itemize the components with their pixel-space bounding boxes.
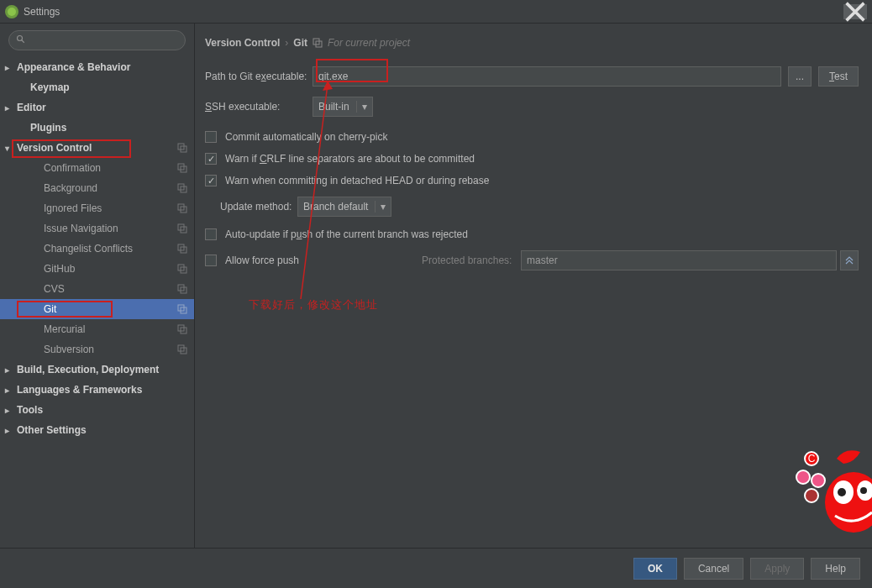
sidebar-item-confirmation[interactable]: Confirmation [0,158,194,178]
project-scope-icon [177,344,187,354]
breadcrumb-root[interactable]: Version Control [205,37,280,49]
sidebar-item-label: Changelist Conflicts [44,243,133,255]
sidebar-item-label: Other Settings [17,424,87,436]
checkbox-label: Allow force push [225,255,313,266]
commit-cherrypick-row: Commit automatically on cherry-pick [205,126,859,148]
sidebar-item-label: Version Control [17,142,92,154]
sidebar-item-cvs[interactable]: CVS [0,279,194,299]
ok-button[interactable]: OK [633,558,677,580]
sidebar-item-plugins[interactable]: Plugins [0,118,194,138]
sidebar-item-mercurial[interactable]: Mercurial [0,319,194,339]
checkbox-label: Warn when committing in detached HEAD or… [225,175,489,186]
warn-crlf-row: Warn if CRLF line separators are about t… [205,148,859,170]
chevron-right-icon [5,61,13,73]
sidebar-item-label: Mercurial [44,323,85,335]
sidebar-item-appearance[interactable]: Appearance & Behavior [0,57,194,77]
sidebar: Appearance & Behavior Keymap Editor Plug… [0,24,195,548]
svg-line-1 [22,39,24,42]
auto-update-checkbox[interactable] [205,228,217,240]
force-push-row: Allow force push Protected branches: [205,250,859,270]
project-scope-icon [313,38,323,48]
breadcrumb: Version Control › Git For current projec… [205,32,859,54]
push-block: Auto-update if push of the current branc… [205,223,859,270]
sidebar-item-background[interactable]: Background [0,178,194,198]
window-title: Settings [24,6,842,18]
sidebar-item-changelist-conflicts[interactable]: Changelist Conflicts [0,239,194,259]
project-scope-icon [177,264,187,274]
sidebar-item-keymap[interactable]: Keymap [0,77,194,97]
auto-update-row: Auto-update if push of the current branc… [205,223,859,245]
sidebar-item-label: Confirmation [44,162,101,174]
close-button[interactable] [843,4,867,19]
sidebar-item-label: Background [44,182,97,194]
path-label: Path to Git executable: [205,71,313,82]
chevron-down-icon [5,142,13,154]
sidebar-item-label: Issue Navigation [44,223,118,234]
chevron-down-icon: ▾ [356,101,367,113]
sidebar-item-ignored-files[interactable]: Ignored Files [0,198,194,218]
app-icon [5,5,18,18]
sidebar-item-label: Git [44,303,56,315]
project-scope-icon [177,304,187,314]
chevron-right-icon [5,102,13,113]
sidebar-item-label: Languages & Frameworks [17,384,142,396]
commit-cherrypick-checkbox[interactable] [205,131,217,143]
update-method-row: Update method: Branch default ▾ [205,197,859,217]
sidebar-item-other-settings[interactable]: Other Settings [0,420,194,440]
sidebar-item-git[interactable]: Git [0,299,194,319]
sidebar-item-label: GitHub [44,263,75,275]
chevron-right-icon [5,384,13,396]
chevron-down-icon: ▾ [375,201,386,213]
ssh-label: SSH executable: [205,101,313,113]
sidebar-item-label: Editor [17,102,46,113]
path-row: Path to Git executable: ... Test [205,66,859,87]
sidebar-item-issue-navigation[interactable]: Issue Navigation [0,218,194,239]
sidebar-item-version-control[interactable]: Version Control [0,138,194,158]
test-button[interactable]: Test [818,66,859,87]
checkbox-label: Warn if CRLF line separators are about t… [225,153,475,165]
dialog-footer: OK Cancel Apply Help [0,548,872,588]
settings-tree: Appearance & Behavior Keymap Editor Plug… [0,57,194,548]
project-scope-label: For current project [328,37,410,49]
ssh-row: SSH executable: Built-in ▾ [205,96,859,118]
project-scope-icon [177,143,187,153]
project-scope-icon [177,183,187,193]
search-box[interactable] [8,30,186,50]
git-path-input[interactable] [313,66,781,87]
warn-crlf-checkbox[interactable] [205,153,217,165]
checkbox-label: Commit automatically on cherry-pick [225,131,387,143]
update-method-dropdown[interactable]: Branch default ▾ [297,197,391,217]
checkbox-label: Auto-update if push of the current branc… [225,228,468,240]
sidebar-item-subversion[interactable]: Subversion [0,339,194,360]
search-icon [16,34,29,47]
sidebar-item-editor[interactable]: Editor [0,97,194,118]
sidebar-item-tools[interactable]: Tools [0,400,194,420]
svg-point-0 [18,35,23,40]
apply-button[interactable]: Apply [750,558,804,580]
sidebar-item-build[interactable]: Build, Execution, Deployment [0,360,194,380]
chevron-right-icon [5,404,13,416]
warn-detached-checkbox[interactable] [205,175,217,186]
search-input[interactable] [29,34,178,46]
sidebar-item-label: Plugins [30,122,66,134]
sidebar-item-label: Appearance & Behavior [17,61,130,73]
protected-branches-input[interactable] [521,250,837,270]
project-scope-icon [177,284,187,294]
browse-button[interactable]: ... [788,66,812,87]
help-button[interactable]: Help [811,558,860,580]
dropdown-value: Built-in [318,101,349,113]
sidebar-item-label: CVS [44,283,65,295]
git-settings-form: Path to Git executable: ... Test SSH exe… [205,66,859,270]
cancel-button[interactable]: Cancel [684,558,743,580]
title-bar: Settings [0,0,872,24]
sidebar-item-languages[interactable]: Languages & Frameworks [0,380,194,400]
ssh-executable-dropdown[interactable]: Built-in ▾ [313,97,373,117]
expand-field-button[interactable] [840,250,859,270]
sidebar-item-github[interactable]: GitHub [0,259,194,279]
project-scope-icon [177,244,187,254]
breadcrumb-leaf: Git [293,37,307,49]
search-row [0,24,194,57]
project-scope-icon [177,203,187,213]
force-push-checkbox[interactable] [205,255,217,266]
project-scope-icon [177,163,187,173]
